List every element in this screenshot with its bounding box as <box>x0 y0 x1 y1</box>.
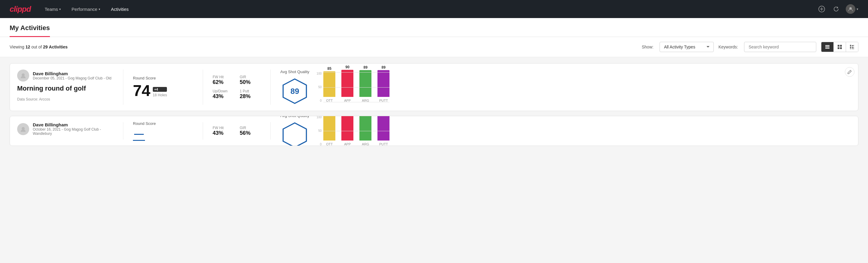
user-info: Dave Billingham December 05, 2021 - Gog … <box>33 71 111 80</box>
score-holes: 18 Holes <box>153 93 167 97</box>
bar-putt: 89 PUTT <box>377 65 390 102</box>
arg-value-label: 89 <box>364 65 368 69</box>
app-bar-fill <box>341 70 353 97</box>
keywords-label: Keywords: <box>718 45 738 49</box>
svg-rect-14 <box>850 47 851 48</box>
page-title: My Activities <box>10 18 50 37</box>
svg-rect-10 <box>840 47 842 49</box>
gir-label-2: GIR <box>240 126 261 130</box>
one-putt-label: 1 Putt <box>240 89 261 93</box>
nav-item-activities[interactable]: Activities <box>107 4 133 14</box>
nav-items: Teams ▾ Performance ▾ Activities <box>40 4 807 14</box>
detail-stats: FW Hit 62% GIR 50% Up/Down 43% 1 Putt 28… <box>213 69 261 105</box>
refresh-icon[interactable] <box>831 4 841 14</box>
gir-value: 50% <box>240 79 261 85</box>
divider <box>270 69 271 105</box>
gir-value-2: 56% <box>240 130 261 136</box>
page-header: My Activities <box>0 18 868 37</box>
stat-grid-2: FW Hit 43% GIR 56% <box>213 126 261 136</box>
app-logo[interactable]: clippd <box>10 4 31 14</box>
grid-line-100 <box>323 72 390 72</box>
bar-ott: 85 OTT <box>323 66 335 102</box>
data-source: Data Source: Arccos <box>17 97 114 101</box>
app-value-label: 90 <box>346 65 349 69</box>
view-toggle-grid[interactable] <box>834 42 846 52</box>
score-partial-bar: — <box>133 128 145 141</box>
score-partial: — <box>133 128 193 141</box>
view-toggle-list-detail[interactable] <box>846 42 858 52</box>
one-putt-stat: 1 Putt 28% <box>240 89 261 99</box>
divider-2 <box>123 122 123 140</box>
y-label-100: 100 <box>317 72 322 75</box>
activity-card: Dave Billingham December 05, 2021 - Gog … <box>10 63 858 111</box>
view-toggles <box>821 42 858 52</box>
one-putt-value: 28% <box>240 93 261 99</box>
bar-chart: 100 50 0 85 OTT <box>317 72 851 102</box>
bars-container: 85 OTT 90 APP 89 <box>323 72 390 102</box>
nav-item-performance[interactable]: Performance ▾ <box>67 4 104 14</box>
svg-rect-16 <box>852 48 853 48</box>
svg-marker-22 <box>283 123 307 146</box>
user-date-2: October 16, 2021 - Gog Magog Golf Club -… <box>33 127 114 136</box>
svg-rect-5 <box>825 47 830 48</box>
svg-rect-11 <box>850 45 851 46</box>
grid-line-50 <box>323 87 390 88</box>
updown-stat: Up/Down 43% <box>213 89 234 99</box>
y-axis-labels: 100 50 0 <box>317 72 322 102</box>
svg-rect-4 <box>825 45 830 46</box>
gir-stat-2: GIR 56% <box>240 126 261 136</box>
bar-arg: 89 ARG <box>360 65 371 102</box>
user-name-2: Dave Billingham <box>33 122 114 127</box>
round-score-label-2: Round Score <box>133 121 193 126</box>
fw-hit-value-2: 43% <box>213 130 234 136</box>
avatar <box>846 4 856 14</box>
svg-rect-15 <box>852 47 854 48</box>
ott-value-label: 85 <box>328 66 332 71</box>
round-score-section-2: Round Score — <box>133 122 193 140</box>
teams-chevron-icon: ▾ <box>59 7 61 11</box>
ott-bar-fill <box>323 71 335 97</box>
svg-rect-6 <box>825 48 830 49</box>
nav-item-teams[interactable]: Teams ▾ <box>40 4 65 14</box>
hexagon-container-2 <box>281 122 308 146</box>
user-avatar-button[interactable]: ▾ <box>846 4 858 14</box>
quality-section-2: Avg Shot Quality 100 50 0 <box>280 122 851 140</box>
svg-rect-8 <box>840 45 842 47</box>
edit-button[interactable] <box>845 67 855 77</box>
keyword-search-input[interactable] <box>744 42 816 52</box>
card-left-2: Dave Billingham October 16, 2021 - Gog M… <box>17 122 114 140</box>
arg-bar-fill-2 <box>360 116 371 141</box>
quality-section: Avg Shot Quality 89 100 50 0 <box>280 69 851 105</box>
score-badge-group: +4 18 Holes <box>153 87 167 97</box>
activity-title: Morning round of golf <box>17 85 114 92</box>
hexagon-icon-2 <box>281 122 308 146</box>
nav-right: ▾ <box>817 4 858 14</box>
user-name: Dave Billingham <box>33 71 111 76</box>
svg-rect-18 <box>852 49 854 49</box>
navbar: clippd Teams ▾ Performance ▾ Activities <box>0 0 868 18</box>
user-avatar-2 <box>17 123 29 135</box>
user-date: December 05, 2021 - Gog Magog Golf Club … <box>33 76 111 80</box>
putt-bar-fill <box>377 70 390 97</box>
detail-stats-2: FW Hit 43% GIR 56% <box>213 122 261 140</box>
y-label-0: 0 <box>317 99 322 102</box>
performance-chevron-icon: ▾ <box>99 7 100 11</box>
activity-card-2: Dave Billingham October 16, 2021 - Gog M… <box>10 116 858 146</box>
view-toggle-list-compact[interactable] <box>822 42 834 52</box>
user-info-2: Dave Billingham October 16, 2021 - Gog M… <box>33 122 114 136</box>
filter-bar: Viewing 12 out of 29 Activities Show: Al… <box>0 37 868 57</box>
activity-type-select[interactable]: All Activity Types <box>659 42 714 52</box>
score-row: 74 +4 18 Holes <box>133 83 193 98</box>
stat-grid: FW Hit 62% GIR 50% Up/Down 43% 1 Putt 28… <box>213 75 261 99</box>
hex-score: 89 <box>290 87 299 96</box>
main-content: Dave Billingham December 05, 2021 - Gog … <box>0 57 868 157</box>
quality-title: Avg Shot Quality <box>280 69 309 74</box>
page-title-row: My Activities <box>10 18 858 37</box>
svg-rect-12 <box>852 45 854 46</box>
fw-hit-stat: FW Hit 62% <box>213 75 234 85</box>
round-score-section: Round Score 74 +4 18 Holes <box>133 69 193 105</box>
svg-rect-13 <box>852 46 853 46</box>
add-icon[interactable] <box>817 4 827 14</box>
bar-app: 90 APP <box>341 65 353 102</box>
round-score-label: Round Score <box>133 76 193 80</box>
